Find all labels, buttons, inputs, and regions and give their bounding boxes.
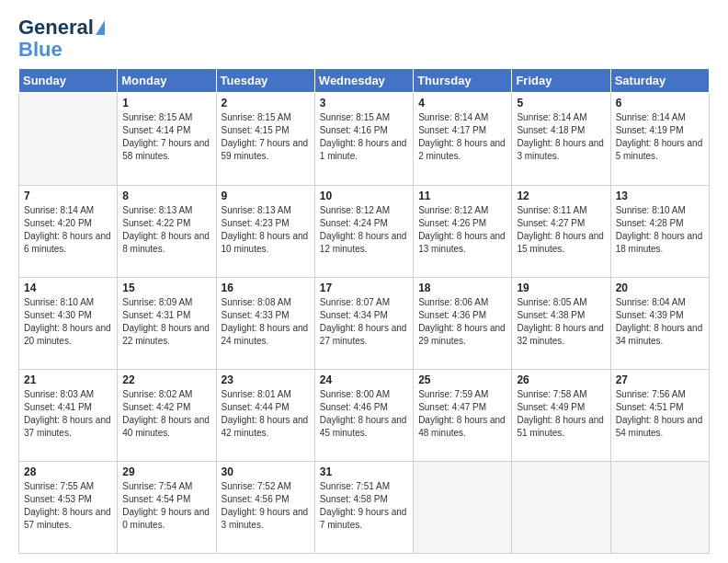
calendar-cell: 6Sunrise: 8:14 AMSunset: 4:19 PMDaylight… — [610, 93, 709, 185]
day-number: 14 — [24, 282, 112, 294]
day-number: 7 — [24, 190, 112, 202]
day-info: Sunrise: 8:13 AMSunset: 4:23 PMDaylight:… — [222, 204, 310, 256]
day-info: Sunrise: 8:10 AMSunset: 4:28 PMDaylight:… — [616, 204, 704, 256]
calendar-cell: 17Sunrise: 8:07 AMSunset: 4:34 PMDayligh… — [314, 277, 413, 369]
day-info: Sunrise: 8:02 AMSunset: 4:42 PMDaylight:… — [122, 388, 210, 440]
day-info: Sunrise: 8:03 AMSunset: 4:41 PMDaylight:… — [24, 388, 112, 440]
calendar-cell — [414, 461, 512, 553]
day-info: Sunrise: 7:54 AMSunset: 4:54 PMDaylight:… — [122, 480, 210, 532]
weekday-header-saturday: Saturday — [610, 69, 709, 93]
day-number: 23 — [222, 373, 310, 386]
weekday-header-monday: Monday — [118, 69, 216, 93]
calendar-cell: 16Sunrise: 8:08 AMSunset: 4:33 PMDayligh… — [216, 277, 314, 369]
calendar-cell: 26Sunrise: 7:58 AMSunset: 4:49 PMDayligh… — [512, 369, 610, 461]
calendar-cell: 7Sunrise: 8:14 AMSunset: 4:20 PMDaylight… — [19, 185, 118, 277]
calendar-cell: 14Sunrise: 8:10 AMSunset: 4:30 PMDayligh… — [19, 277, 118, 369]
weekday-header-friday: Friday — [512, 69, 610, 93]
weekday-header-sunday: Sunday — [19, 69, 118, 93]
day-number: 31 — [320, 465, 408, 478]
calendar-cell: 3Sunrise: 8:15 AMSunset: 4:16 PMDaylight… — [314, 93, 413, 185]
calendar-week-row: 1Sunrise: 8:15 AMSunset: 4:14 PMDaylight… — [19, 93, 710, 185]
day-info: Sunrise: 8:14 AMSunset: 4:19 PMDaylight:… — [616, 111, 704, 163]
calendar-week-row: 7Sunrise: 8:14 AMSunset: 4:20 PMDaylight… — [19, 185, 710, 277]
calendar-cell: 30Sunrise: 7:52 AMSunset: 4:56 PMDayligh… — [216, 461, 314, 553]
day-number: 26 — [517, 373, 605, 386]
calendar-cell: 24Sunrise: 8:00 AMSunset: 4:46 PMDayligh… — [314, 369, 413, 461]
calendar-cell: 28Sunrise: 7:55 AMSunset: 4:53 PMDayligh… — [19, 461, 118, 553]
day-info: Sunrise: 7:56 AMSunset: 4:51 PMDaylight:… — [616, 388, 704, 440]
day-number: 8 — [122, 190, 210, 202]
day-info: Sunrise: 8:12 AMSunset: 4:24 PMDaylight:… — [320, 204, 408, 256]
day-info: Sunrise: 8:14 AMSunset: 4:20 PMDaylight:… — [24, 204, 112, 256]
calendar-cell: 5Sunrise: 8:14 AMSunset: 4:18 PMDaylight… — [512, 93, 610, 185]
day-info: Sunrise: 8:07 AMSunset: 4:34 PMDaylight:… — [320, 296, 408, 348]
calendar-cell: 20Sunrise: 8:04 AMSunset: 4:39 PMDayligh… — [610, 277, 709, 369]
logo-text-general: General — [18, 17, 94, 39]
calendar-cell: 15Sunrise: 8:09 AMSunset: 4:31 PMDayligh… — [118, 277, 216, 369]
day-info: Sunrise: 8:09 AMSunset: 4:31 PMDaylight:… — [122, 296, 210, 348]
day-number: 13 — [616, 190, 704, 202]
weekday-header-tuesday: Tuesday — [216, 69, 314, 93]
calendar-cell: 2Sunrise: 8:15 AMSunset: 4:15 PMDaylight… — [216, 93, 314, 185]
calendar-cell: 21Sunrise: 8:03 AMSunset: 4:41 PMDayligh… — [19, 369, 118, 461]
day-info: Sunrise: 8:15 AMSunset: 4:15 PMDaylight:… — [222, 111, 310, 163]
day-info: Sunrise: 8:04 AMSunset: 4:39 PMDaylight:… — [616, 296, 704, 348]
day-number: 16 — [222, 282, 310, 294]
calendar-cell: 23Sunrise: 8:01 AMSunset: 4:44 PMDayligh… — [216, 369, 314, 461]
day-info: Sunrise: 8:15 AMSunset: 4:16 PMDaylight:… — [320, 111, 408, 163]
header: General Blue — [18, 17, 710, 61]
day-number: 9 — [222, 190, 310, 202]
day-info: Sunrise: 8:12 AMSunset: 4:26 PMDaylight:… — [418, 204, 506, 256]
day-info: Sunrise: 8:11 AMSunset: 4:27 PMDaylight:… — [517, 204, 605, 256]
calendar-cell: 11Sunrise: 8:12 AMSunset: 4:26 PMDayligh… — [414, 185, 512, 277]
day-number: 18 — [418, 282, 506, 294]
day-number: 4 — [418, 97, 506, 109]
calendar-cell: 31Sunrise: 7:51 AMSunset: 4:58 PMDayligh… — [314, 461, 413, 553]
day-info: Sunrise: 8:10 AMSunset: 4:30 PMDaylight:… — [24, 296, 112, 348]
calendar-table: SundayMondayTuesdayWednesdayThursdayFrid… — [18, 68, 710, 554]
logo: General Blue — [18, 17, 105, 61]
calendar-cell: 8Sunrise: 8:13 AMSunset: 4:22 PMDaylight… — [118, 185, 216, 277]
day-info: Sunrise: 8:14 AMSunset: 4:18 PMDaylight:… — [517, 111, 605, 163]
day-info: Sunrise: 8:13 AMSunset: 4:22 PMDaylight:… — [122, 204, 210, 256]
day-info: Sunrise: 7:51 AMSunset: 4:58 PMDaylight:… — [320, 480, 408, 532]
day-number: 6 — [616, 97, 704, 109]
day-info: Sunrise: 8:14 AMSunset: 4:17 PMDaylight:… — [418, 111, 506, 163]
logo-triangle-icon — [96, 20, 105, 35]
calendar-cell: 22Sunrise: 8:02 AMSunset: 4:42 PMDayligh… — [118, 369, 216, 461]
logo-text-blue: Blue — [18, 39, 63, 61]
calendar-cell: 9Sunrise: 8:13 AMSunset: 4:23 PMDaylight… — [216, 185, 314, 277]
calendar-cell: 1Sunrise: 8:15 AMSunset: 4:14 PMDaylight… — [118, 93, 216, 185]
day-number: 1 — [122, 97, 210, 109]
day-number: 25 — [418, 373, 506, 386]
calendar-header-row: SundayMondayTuesdayWednesdayThursdayFrid… — [19, 69, 710, 93]
day-number: 27 — [616, 373, 704, 386]
day-info: Sunrise: 7:52 AMSunset: 4:56 PMDaylight:… — [222, 480, 310, 532]
day-info: Sunrise: 8:08 AMSunset: 4:33 PMDaylight:… — [222, 296, 310, 348]
calendar-cell: 4Sunrise: 8:14 AMSunset: 4:17 PMDaylight… — [414, 93, 512, 185]
day-info: Sunrise: 7:59 AMSunset: 4:47 PMDaylight:… — [418, 388, 506, 440]
day-number: 15 — [122, 282, 210, 294]
weekday-header-wednesday: Wednesday — [314, 69, 413, 93]
day-info: Sunrise: 7:58 AMSunset: 4:49 PMDaylight:… — [517, 388, 605, 440]
day-number: 5 — [517, 97, 605, 109]
day-number: 24 — [320, 373, 408, 386]
day-info: Sunrise: 8:06 AMSunset: 4:36 PMDaylight:… — [418, 296, 506, 348]
day-number: 2 — [222, 97, 310, 109]
day-info: Sunrise: 8:00 AMSunset: 4:46 PMDaylight:… — [320, 388, 408, 440]
calendar-cell: 25Sunrise: 7:59 AMSunset: 4:47 PMDayligh… — [414, 369, 512, 461]
calendar-week-row: 14Sunrise: 8:10 AMSunset: 4:30 PMDayligh… — [19, 277, 710, 369]
day-number: 29 — [122, 465, 210, 478]
day-number: 28 — [24, 465, 112, 478]
calendar-cell: 12Sunrise: 8:11 AMSunset: 4:27 PMDayligh… — [512, 185, 610, 277]
day-info: Sunrise: 8:01 AMSunset: 4:44 PMDaylight:… — [222, 388, 310, 440]
day-info: Sunrise: 7:55 AMSunset: 4:53 PMDaylight:… — [24, 480, 112, 532]
day-number: 21 — [24, 373, 112, 386]
day-number: 30 — [222, 465, 310, 478]
day-number: 3 — [320, 97, 408, 109]
weekday-header-thursday: Thursday — [414, 69, 512, 93]
calendar-cell: 10Sunrise: 8:12 AMSunset: 4:24 PMDayligh… — [314, 185, 413, 277]
calendar-cell — [512, 461, 610, 553]
calendar-week-row: 21Sunrise: 8:03 AMSunset: 4:41 PMDayligh… — [19, 369, 710, 461]
calendar-cell — [610, 461, 709, 553]
